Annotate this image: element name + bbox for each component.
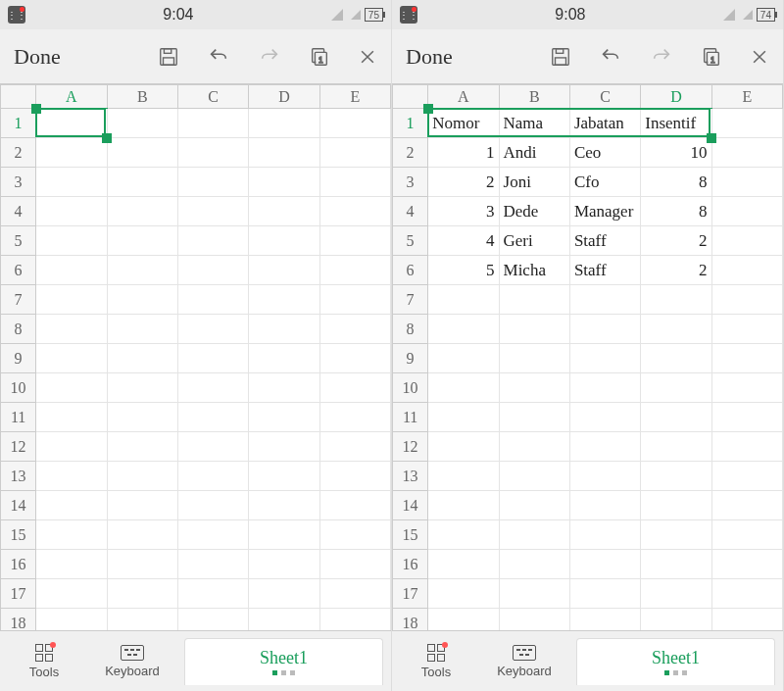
cell-A17[interactable] xyxy=(428,579,499,609)
cell-E2[interactable] xyxy=(319,138,390,168)
cell-E18[interactable] xyxy=(319,609,390,631)
cell-B4[interactable]: Dede xyxy=(499,197,569,226)
cell-B17[interactable] xyxy=(107,579,177,609)
cell-E5[interactable] xyxy=(319,226,390,256)
cell-E7[interactable] xyxy=(319,285,390,315)
cell-B18[interactable] xyxy=(499,609,569,631)
cell-A11[interactable] xyxy=(36,403,107,432)
cell-B16[interactable] xyxy=(107,550,177,579)
row-header-18[interactable]: 18 xyxy=(1,609,36,631)
save-icon[interactable] xyxy=(158,46,179,68)
row-header-15[interactable]: 15 xyxy=(1,520,36,550)
cell-C4[interactable]: Manager xyxy=(569,197,640,226)
cell-A4[interactable] xyxy=(36,197,107,226)
cell-D9[interactable] xyxy=(641,344,711,373)
cell-B8[interactable] xyxy=(107,315,177,344)
cell-D4[interactable]: 8 xyxy=(641,197,711,226)
cell-B6[interactable] xyxy=(107,256,177,285)
row-header-1[interactable]: 1 xyxy=(1,109,36,138)
cell-C18[interactable] xyxy=(569,609,640,631)
row-header-17[interactable]: 17 xyxy=(393,579,428,609)
cell-A8[interactable] xyxy=(36,315,107,344)
cell-B3[interactable] xyxy=(107,168,177,197)
cell-B14[interactable] xyxy=(107,491,177,520)
cell-B3[interactable]: Joni xyxy=(499,168,569,197)
cell-E13[interactable] xyxy=(711,462,782,491)
cell-A16[interactable] xyxy=(428,550,499,579)
cell-C12[interactable] xyxy=(569,432,640,462)
col-header-C[interactable]: C xyxy=(569,85,640,109)
cell-A13[interactable] xyxy=(428,462,499,491)
cell-E11[interactable] xyxy=(711,403,782,432)
cell-A18[interactable] xyxy=(36,609,107,631)
cell-E13[interactable] xyxy=(319,462,390,491)
col-header-A[interactable]: A xyxy=(36,85,107,109)
cell-D10[interactable] xyxy=(249,373,319,403)
cell-D17[interactable] xyxy=(641,579,711,609)
row-header-10[interactable]: 10 xyxy=(393,373,428,403)
cell-B10[interactable] xyxy=(107,373,177,403)
cell-E12[interactable] xyxy=(711,432,782,462)
redo-icon[interactable] xyxy=(258,46,281,68)
cell-A13[interactable] xyxy=(36,462,107,491)
cell-B2[interactable]: Andi xyxy=(499,138,569,168)
cell-D13[interactable] xyxy=(641,462,711,491)
cell-E12[interactable] xyxy=(319,432,390,462)
cell-A7[interactable] xyxy=(428,285,499,315)
keyboard-button[interactable]: Keyboard xyxy=(88,645,176,678)
row-header-7[interactable]: 7 xyxy=(393,285,428,315)
cell-B17[interactable] xyxy=(499,579,569,609)
cell-E4[interactable] xyxy=(711,197,782,226)
cell-A15[interactable] xyxy=(428,520,499,550)
cell-A5[interactable]: 4 xyxy=(428,226,499,256)
cell-A18[interactable] xyxy=(428,609,499,631)
cell-A16[interactable] xyxy=(36,550,107,579)
row-header-9[interactable]: 9 xyxy=(1,344,36,373)
cell-C10[interactable] xyxy=(569,373,640,403)
cell-C13[interactable] xyxy=(177,462,248,491)
cell-B1[interactable] xyxy=(107,109,177,138)
cell-D5[interactable] xyxy=(249,226,319,256)
cell-B11[interactable] xyxy=(499,403,569,432)
cell-D18[interactable] xyxy=(249,609,319,631)
cell-A1[interactable]: Nomor xyxy=(428,109,499,138)
sheet-tab[interactable]: Sheet1 xyxy=(184,638,383,685)
row-header-10[interactable]: 10 xyxy=(1,373,36,403)
cell-A2[interactable] xyxy=(36,138,107,168)
cell-A17[interactable] xyxy=(36,579,107,609)
cell-D12[interactable] xyxy=(249,432,319,462)
row-header-16[interactable]: 16 xyxy=(393,550,428,579)
col-header-D[interactable]: D xyxy=(249,85,319,109)
cell-E5[interactable] xyxy=(711,226,782,256)
cell-E17[interactable] xyxy=(319,579,390,609)
cell-D13[interactable] xyxy=(249,462,319,491)
row-header-6[interactable]: 6 xyxy=(393,256,428,285)
cell-A11[interactable] xyxy=(428,403,499,432)
cell-B4[interactable] xyxy=(107,197,177,226)
cell-B8[interactable] xyxy=(499,315,569,344)
cell-C17[interactable] xyxy=(569,579,640,609)
cell-A4[interactable]: 3 xyxy=(428,197,499,226)
cell-D17[interactable] xyxy=(249,579,319,609)
cell-C16[interactable] xyxy=(177,550,248,579)
row-header-5[interactable]: 5 xyxy=(1,226,36,256)
cell-C5[interactable]: Staff xyxy=(569,226,640,256)
row-header-14[interactable]: 14 xyxy=(393,491,428,520)
cell-C1[interactable]: Jabatan xyxy=(569,109,640,138)
col-header-A[interactable]: A xyxy=(428,85,499,109)
cell-E6[interactable] xyxy=(319,256,390,285)
row-header-4[interactable]: 4 xyxy=(1,197,36,226)
cell-C2[interactable]: Ceo xyxy=(569,138,640,168)
cell-C15[interactable] xyxy=(177,520,248,550)
cell-D2[interactable] xyxy=(249,138,319,168)
cell-D7[interactable] xyxy=(249,285,319,315)
cell-C6[interactable]: Staff xyxy=(569,256,640,285)
cell-C7[interactable] xyxy=(569,285,640,315)
cell-E14[interactable] xyxy=(319,491,390,520)
row-header-1[interactable]: 1 xyxy=(393,109,428,138)
cell-B13[interactable] xyxy=(499,462,569,491)
row-header-15[interactable]: 15 xyxy=(393,520,428,550)
cell-A12[interactable] xyxy=(36,432,107,462)
cell-A3[interactable] xyxy=(36,168,107,197)
col-header-C[interactable]: C xyxy=(177,85,248,109)
